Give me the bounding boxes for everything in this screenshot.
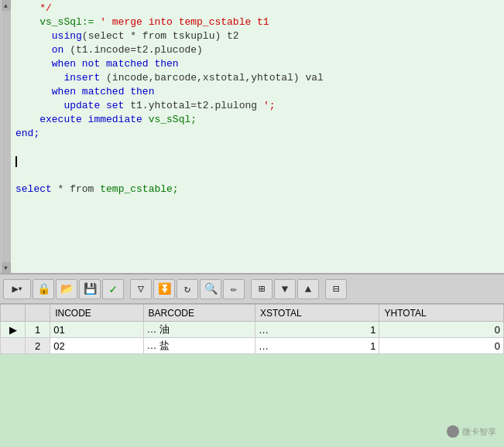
comment-close: */ [15,2,52,14]
code-line-7: when matched then [11,85,504,99]
results-table: INCODE BARCODE XSTOTAL YHTOTAL ▶ 1 01 … … [0,304,504,354]
cell-yhtotal-2: 0 [379,338,504,354]
filter-down-button[interactable]: ▽ [130,279,152,299]
row-indicator-1: ▶ [1,322,26,338]
code-line-11 [11,141,504,155]
cell-xstotal-2: …1 [255,338,379,354]
table-row[interactable]: ▶ 1 01 … 油 …1 0 [1,322,504,338]
table-row[interactable]: 2 02 … 盐 …1 0 [1,338,504,354]
run-icon: ▶ [12,282,18,295]
col-header-yhtotal: YHTOTAL [379,305,504,322]
code-line-14: select * from temp_cstable; [11,183,504,196]
cell-incode-2: 02 [50,338,143,354]
then-kw-7: then [124,86,154,97]
row-indicator-2 [1,338,26,354]
edit-button[interactable]: ✏ [223,279,245,299]
insert-kw: insert [15,72,106,84]
layout-icon: ⊟ [333,282,339,295]
code-line-cursor [11,155,504,169]
row-num-1: 1 [26,322,50,338]
filter-all-button[interactable]: ⏬ [153,279,175,299]
code-indent-2: vs_sSql:= [15,16,100,28]
matched-kw-5: matched [106,58,149,70]
refresh-button[interactable]: ↻ [177,279,198,299]
col-header-barcode: BARCODE [143,305,255,322]
data-grid: INCODE BARCODE XSTOTAL YHTOTAL ▶ 1 01 … … [0,304,504,354]
col-header-indicator [1,305,26,322]
code-line-4: on (t1.incode=t2.plucode) [11,43,504,57]
str-close: '; [263,100,276,111]
code-line-3: using(select * from tskuplu) t2 [11,29,504,43]
cell-barcode-1: … 油 [143,322,255,338]
col-header-incode: INCODE [50,305,143,322]
select-rest: * from [52,183,100,195]
on-cond: (t1.incode=t2.plucode) [70,44,203,56]
row-num-2: 2 [26,338,50,354]
watermark-text: 微卡智享 [462,426,496,438]
using-rest: (select * from tskuplu) t2 [82,30,239,42]
col-header-xstotal: XSTOTAL [255,305,379,322]
table-name: temp_cstable; [100,183,178,195]
table-header-row: INCODE BARCODE XSTOTAL YHTOTAL [1,305,504,322]
select-kw: select [15,183,52,195]
update-expr: t1.yhtotal=t2.plulong [130,100,263,111]
when-kw-7: when [15,86,82,97]
code-line-8: update set t1.yhtotal=t2.plulong '; [11,99,504,113]
search-button[interactable]: 🔍 [200,279,221,299]
update-kw: update set [15,100,130,111]
text-cursor [15,156,17,167]
grid-button[interactable]: ⊞ [251,279,273,299]
cell-yhtotal-1: 0 [379,322,504,338]
save-button[interactable]: 💾 [79,279,101,299]
end-kw: end; [15,128,39,139]
exec-var: vs_sSql; [149,114,197,125]
scroll-down-arrow[interactable]: ▼ [2,262,11,273]
using-kw: using [15,30,82,42]
then-kw-5: then [149,58,179,70]
arrow-down-icon: ▼ [282,283,288,295]
watermark: 微卡智享 [447,425,496,438]
code-line-13 [11,169,504,183]
code-line-2: vs_sSql:= ' merge into temp_cstable t1 [11,15,504,29]
save-icon: 💾 [84,282,97,295]
pencil-icon: ✏ [231,282,237,295]
bottom-section: INCODE BARCODE XSTOTAL YHTOTAL ▶ 1 01 … … [0,304,504,445]
filter-down-icon: ▽ [138,282,144,295]
open-button[interactable]: 📂 [56,279,77,299]
grid-icon: ⊞ [259,282,265,295]
exec-kw: execute immediate [15,114,149,125]
search-icon: 🔍 [204,282,218,295]
app-container: ▲ ▼ */ vs_sSql:= ' merge into temp_cstab… [0,0,504,447]
watermark-icon [447,425,459,438]
toolbar: ▶▼ 🔒 📂 💾 ✓ ▽ ⏬ ↻ 🔍 ✏ ⊞ [0,275,504,304]
folder-icon: 📂 [60,282,74,295]
lock-icon: 🔒 [37,282,50,295]
code-line-1: */ [11,2,504,15]
scroll-up-arrow[interactable]: ▲ [2,0,11,11]
arrow-down-button[interactable]: ▼ [274,279,296,299]
code-line-5: when not matched then [11,57,504,71]
when-kw-5: when not [15,58,106,70]
layout-button[interactable]: ⊟ [325,279,347,299]
code-content-area[interactable]: */ vs_sSql:= ' merge into temp_cstable t… [11,0,504,273]
string-val-2: ' merge into temp_cstable t1 [100,16,269,28]
scroll-thumb[interactable] [2,11,11,262]
check-button[interactable]: ✓ [102,279,124,299]
code-line-6: insert (incode,barcode,xstotal,yhtotal) … [11,71,504,85]
lock-button[interactable]: 🔒 [33,279,54,299]
insert-cols: (incode,barcode,xstotal,yhtotal) val [106,72,324,84]
run-button[interactable]: ▶▼ [3,279,31,299]
dropdown-icon-run: ▼ [19,285,22,292]
code-line-15 [11,196,504,210]
on-kw: on [15,44,70,56]
arrow-up-icon: ▲ [305,283,311,295]
vertical-scrollbar[interactable]: ▲ ▼ [0,0,11,273]
cell-barcode-2: … 盐 [143,338,255,354]
arrow-up-button[interactable]: ▲ [297,279,319,299]
refresh-icon: ↻ [184,282,190,295]
check-icon: ✓ [109,282,117,297]
matched-kw-7: matched [82,86,125,97]
code-line-9: execute immediate vs_sSql; [11,113,504,127]
cell-xstotal-1: …1 [255,322,379,338]
code-editor: ▲ ▼ */ vs_sSql:= ' merge into temp_cstab… [0,0,504,275]
